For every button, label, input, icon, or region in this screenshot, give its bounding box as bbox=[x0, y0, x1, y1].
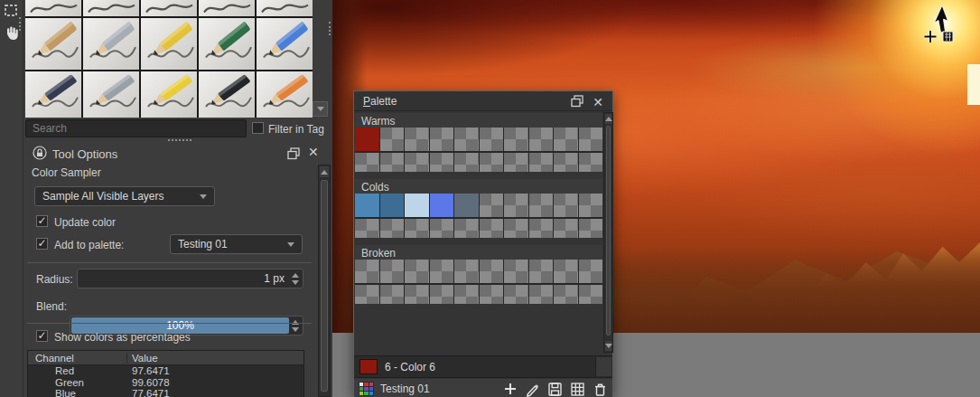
brush-preset-tile[interactable] bbox=[83, 0, 139, 16]
palette-swatch-empty[interactable] bbox=[380, 260, 405, 283]
palette-swatch-empty[interactable] bbox=[454, 285, 479, 304]
docker-splitter-handle[interactable] bbox=[329, 22, 331, 35]
palette-swatch-empty[interactable] bbox=[355, 219, 379, 238]
palette-titlebar[interactable]: Palette ✕ bbox=[354, 91, 612, 111]
scroll-up-icon[interactable] bbox=[605, 114, 611, 124]
palette-group-header[interactable]: Warms bbox=[355, 113, 602, 128]
palette-swatch-empty[interactable] bbox=[579, 219, 603, 238]
palette-swatch-empty[interactable] bbox=[430, 128, 454, 151]
palette-swatch-empty[interactable] bbox=[480, 219, 504, 238]
spin-up-icon[interactable] bbox=[292, 273, 299, 278]
palette-swatch-empty[interactable] bbox=[480, 194, 504, 217]
brush-preset-tile[interactable] bbox=[25, 0, 81, 16]
brush-preset-tile[interactable] bbox=[83, 18, 139, 70]
brush-preset-tile[interactable] bbox=[25, 71, 81, 118]
palette-swatch-empty[interactable] bbox=[480, 128, 504, 151]
palette-swatch-empty[interactable] bbox=[529, 285, 554, 304]
brush-preset-tile[interactable] bbox=[141, 0, 197, 16]
search-input[interactable] bbox=[25, 119, 247, 137]
add-color-icon[interactable] bbox=[502, 382, 518, 397]
palette-group-header[interactable]: Broken bbox=[355, 245, 602, 260]
toolbox-drag-handle[interactable] bbox=[19, 17, 21, 31]
palette-swatch-empty[interactable] bbox=[405, 153, 429, 172]
palette-swatch-empty[interactable] bbox=[380, 219, 405, 238]
brush-preset-tile[interactable] bbox=[25, 18, 81, 70]
palette-swatch-empty[interactable] bbox=[454, 219, 479, 238]
palette-swatch-empty[interactable] bbox=[405, 260, 429, 283]
brush-preset-tile[interactable] bbox=[141, 71, 197, 118]
palette-swatch-empty[interactable] bbox=[430, 219, 454, 238]
palette-swatch-empty[interactable] bbox=[454, 260, 479, 283]
tool-options-scrollbar[interactable] bbox=[318, 165, 331, 397]
preset-scroll-down-button[interactable] bbox=[313, 101, 328, 117]
scrollbar-thumb[interactable] bbox=[321, 180, 328, 392]
palette-swatch-empty[interactable] bbox=[430, 285, 454, 304]
palette-swatch-empty[interactable] bbox=[380, 153, 405, 172]
selected-color-dropdown-button[interactable] bbox=[595, 357, 611, 376]
update-color-checkbox[interactable] bbox=[36, 215, 48, 227]
docker-splitter-handle[interactable] bbox=[168, 139, 191, 141]
selected-color-bar[interactable]: 6 - Color 6 bbox=[354, 355, 612, 378]
palette-swatch-empty[interactable] bbox=[554, 194, 578, 217]
palette-swatch-empty[interactable] bbox=[529, 128, 554, 151]
close-window-icon[interactable]: ✕ bbox=[593, 96, 603, 109]
palette-swatch-empty[interactable] bbox=[529, 153, 554, 172]
pan-tool-icon[interactable] bbox=[2, 24, 20, 42]
float-docker-icon[interactable] bbox=[286, 147, 301, 163]
scrollbar-thumb[interactable] bbox=[606, 126, 611, 336]
palette-swatch-empty[interactable] bbox=[480, 285, 504, 304]
add-to-palette-checkbox[interactable] bbox=[36, 238, 48, 250]
spin-down-icon[interactable] bbox=[292, 280, 299, 285]
brush-preset-tile[interactable] bbox=[199, 18, 255, 70]
selection-tool-icon[interactable] bbox=[2, 1, 20, 19]
palette-swatch-empty[interactable] bbox=[579, 194, 603, 217]
palette-select-dropdown[interactable]: Testing 01 bbox=[170, 234, 303, 254]
lock-docker-icon[interactable] bbox=[33, 146, 47, 163]
scroll-down-icon[interactable] bbox=[605, 341, 611, 351]
palette-swatch-empty[interactable] bbox=[554, 128, 578, 151]
show-percentages-checkbox[interactable] bbox=[36, 330, 48, 342]
palette-swatch[interactable] bbox=[380, 194, 405, 217]
palette-swatch-empty[interactable] bbox=[480, 153, 504, 172]
palette-swatch-empty[interactable] bbox=[405, 219, 429, 238]
brush-preset-tile[interactable] bbox=[141, 18, 197, 70]
scroll-up-icon[interactable] bbox=[320, 166, 329, 177]
palette-swatch[interactable] bbox=[430, 194, 454, 217]
palette-swatch[interactable] bbox=[355, 194, 379, 217]
save-palette-icon[interactable] bbox=[547, 382, 563, 397]
palette-swatch-empty[interactable] bbox=[554, 260, 578, 283]
palette-swatch-empty[interactable] bbox=[529, 194, 554, 217]
palette-group-header[interactable]: Colds bbox=[355, 179, 602, 194]
palette-swatch[interactable] bbox=[454, 194, 479, 217]
palette-swatch-empty[interactable] bbox=[355, 260, 379, 283]
palette-swatch-empty[interactable] bbox=[504, 194, 528, 217]
palette-swatch-empty[interactable] bbox=[480, 260, 504, 283]
palette-swatch-empty[interactable] bbox=[579, 285, 603, 304]
float-window-icon[interactable] bbox=[570, 94, 584, 110]
palette-swatch-empty[interactable] bbox=[430, 153, 454, 172]
palette-swatch-empty[interactable] bbox=[504, 128, 528, 151]
spin-down-icon[interactable] bbox=[292, 327, 299, 332]
palette-swatch-empty[interactable] bbox=[430, 260, 454, 283]
palette-swatch-empty[interactable] bbox=[579, 153, 603, 172]
palette-scrollbar[interactable] bbox=[603, 112, 613, 353]
palette-swatch-empty[interactable] bbox=[504, 260, 528, 283]
palette-swatch-empty[interactable] bbox=[579, 128, 603, 151]
swatch-grid-icon[interactable] bbox=[570, 382, 585, 397]
brush-preset-tile[interactable] bbox=[257, 0, 313, 16]
palette-swatch-empty[interactable] bbox=[554, 285, 578, 304]
palette-swatch-empty[interactable] bbox=[454, 128, 479, 151]
palette-swatch-empty[interactable] bbox=[405, 128, 429, 151]
palette-swatch-empty[interactable] bbox=[405, 285, 429, 304]
brush-preset-tile[interactable] bbox=[83, 71, 139, 118]
brush-preset-tile[interactable] bbox=[257, 18, 313, 70]
close-docker-icon[interactable]: ✕ bbox=[308, 146, 319, 158]
brush-preset-tile[interactable] bbox=[199, 0, 255, 16]
palette-swatch-empty[interactable] bbox=[380, 128, 405, 151]
brush-preset-tile[interactable] bbox=[199, 71, 255, 118]
palette-swatch[interactable] bbox=[405, 194, 429, 217]
brush-preset-tile[interactable] bbox=[257, 71, 313, 118]
palette-swatch-empty[interactable] bbox=[504, 285, 528, 304]
palette-swatch-empty[interactable] bbox=[454, 153, 479, 172]
delete-icon[interactable] bbox=[593, 382, 608, 397]
